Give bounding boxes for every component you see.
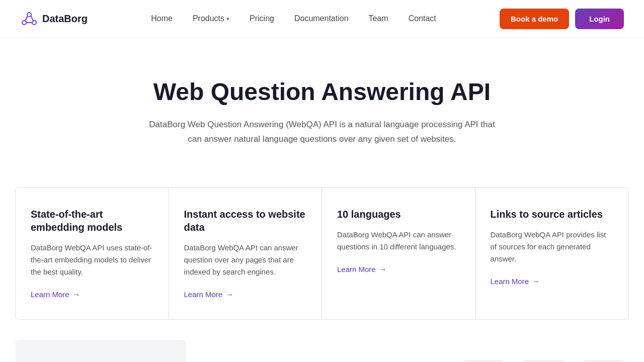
feature-card-languages-description: DataBorg WebQA API can answer questions … xyxy=(337,229,460,253)
nav-item-documentation[interactable]: Documentation xyxy=(294,14,349,23)
navbar: DataBorg Home Products ▾ Pricing Documen… xyxy=(0,0,644,38)
preview-pill-3 xyxy=(579,360,629,362)
login-button[interactable]: Login xyxy=(575,9,624,29)
nav-link-documentation[interactable]: Documentation xyxy=(294,14,349,23)
nav-item-pricing[interactable]: Pricing xyxy=(250,14,274,23)
logo-link[interactable]: DataBorg xyxy=(20,10,88,28)
svg-line-3 xyxy=(25,16,28,21)
nav-link-pricing[interactable]: Pricing xyxy=(250,14,274,23)
feature-card-sources-description: DataBorg WebQA API provides list of sour… xyxy=(491,229,614,265)
nav-actions: Book a demo Login xyxy=(500,9,624,29)
feature-cards-grid: State-of-the-art embedding models DataBo… xyxy=(15,187,629,320)
feature-card-embedding-title: State-of-the-art embedding models xyxy=(31,208,153,234)
svg-line-4 xyxy=(31,16,34,21)
arrow-icon: → xyxy=(379,265,387,274)
feature-card-website-title: Instant access to website data xyxy=(184,208,307,234)
nav-link-products[interactable]: Products ▾ xyxy=(193,14,229,23)
nav-link-team[interactable]: Team xyxy=(369,14,388,23)
feature-card-website: Instant access to website data DataBorg … xyxy=(169,188,323,320)
svg-point-0 xyxy=(27,13,31,17)
feature-card-sources-title: Links to source articles xyxy=(491,208,614,221)
feature-card-embedding-learn-more[interactable]: Learn More → xyxy=(31,290,80,299)
feature-card-sources-learn-more[interactable]: Learn More → xyxy=(491,277,540,286)
feature-card-website-description: DataBorg WebQA API can answer question o… xyxy=(184,242,307,278)
feature-card-languages: 10 languages DataBorg WebQA API can answ… xyxy=(322,188,475,320)
feature-card-embedding-description: DataBorg WebQA API uses state-of-the-art… xyxy=(31,242,153,278)
bottom-preview-section xyxy=(0,320,644,362)
nav-item-team[interactable]: Team xyxy=(369,14,388,23)
svg-point-1 xyxy=(22,21,26,25)
arrow-icon: → xyxy=(532,277,540,286)
svg-point-2 xyxy=(32,21,36,25)
nav-link-home[interactable]: Home xyxy=(151,14,173,23)
feature-card-sources: Links to source articles DataBorg WebQA … xyxy=(475,188,629,320)
nav-item-products[interactable]: Products ▾ xyxy=(193,14,229,23)
preview-pill-1 xyxy=(458,360,508,362)
hero-section: Web Question Answering API DataBorg Web … xyxy=(0,38,644,177)
arrow-icon: → xyxy=(225,290,233,299)
preview-card-right-group xyxy=(458,340,629,362)
chevron-down-icon: ▾ xyxy=(226,16,229,22)
feature-card-languages-title: 10 languages xyxy=(337,208,460,221)
preview-pill-2 xyxy=(518,360,569,362)
book-demo-button[interactable]: Book a demo xyxy=(500,9,569,29)
hero-title: Web Question Answering API xyxy=(20,78,624,106)
logo-text: DataBorg xyxy=(42,13,88,25)
nav-links: Home Products ▾ Pricing Documentation Te… xyxy=(151,14,436,23)
arrow-icon: → xyxy=(72,290,80,299)
nav-item-contact[interactable]: Contact xyxy=(409,14,436,23)
databorg-logo-icon xyxy=(20,10,38,28)
feature-card-languages-learn-more[interactable]: Learn More → xyxy=(337,265,387,274)
feature-card-website-learn-more[interactable]: Learn More → xyxy=(184,290,234,299)
preview-card-left xyxy=(15,340,186,362)
hero-description: DataBorg Web Question Answering (WebQA) … xyxy=(146,118,498,147)
feature-card-embedding: State-of-the-art embedding models DataBo… xyxy=(16,188,169,320)
nav-item-home[interactable]: Home xyxy=(151,14,173,23)
nav-link-contact[interactable]: Contact xyxy=(409,14,436,23)
